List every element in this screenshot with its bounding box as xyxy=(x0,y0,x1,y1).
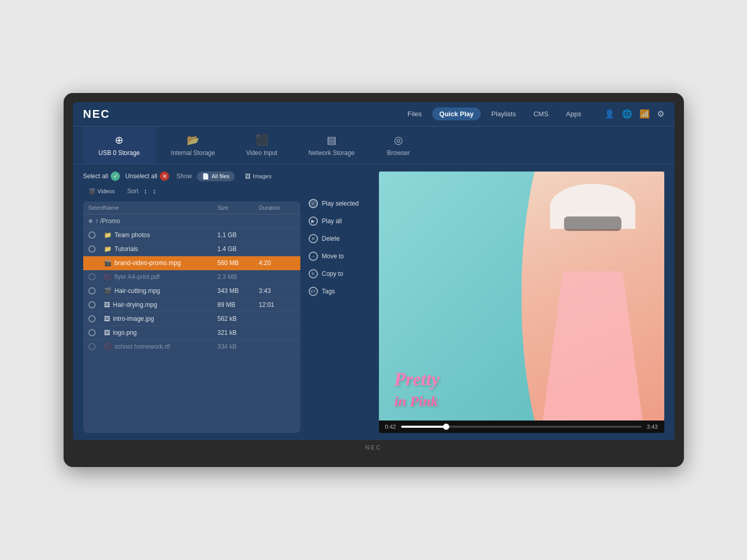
play-all-icon: ▶ xyxy=(309,216,318,226)
video-input-icon: ⬛ xyxy=(255,134,268,146)
file-select-radio[interactable] xyxy=(88,343,96,350)
nav-files[interactable]: Files xyxy=(400,107,429,120)
video-title-line2: in Pink xyxy=(394,393,438,409)
folder-icon: 📁 xyxy=(104,245,112,253)
file-select-radio[interactable] xyxy=(88,259,96,267)
delete-action[interactable]: ✕ Delete xyxy=(309,232,371,245)
play-all-action[interactable]: ▶ Play all xyxy=(309,215,371,227)
storage-browser-label: Browser xyxy=(387,149,410,157)
file-select-radio[interactable] xyxy=(88,315,96,322)
file-row[interactable]: 🚫 flyer A4-print.pdf 2.3 MB xyxy=(83,270,300,284)
tv-brand-label: NEC xyxy=(73,444,675,450)
back-navigation-row[interactable]: ⊕ ↑ /Promo xyxy=(83,214,300,228)
filter-all-label: All files xyxy=(211,173,230,179)
network-icon: ▤ xyxy=(327,134,337,146)
file-row[interactable]: 🖼 intro-image.jpg 562 kB xyxy=(83,312,300,326)
select-all-button[interactable]: Select all ✓ xyxy=(83,172,120,181)
file-row[interactable]: 🎬 Hair-cutting.mpg 343 MB 3:43 xyxy=(83,284,300,298)
file-name-cell: 📁 Tutorials xyxy=(104,245,218,253)
file-name-cell: 🎬 brand-video-promo.mpg xyxy=(104,259,218,267)
copy-to-label: Copy to xyxy=(322,270,343,277)
file-row[interactable]: 🖼 logo.png 321 kB xyxy=(83,326,300,340)
tags-action[interactable]: 🏷 Tags xyxy=(309,285,371,298)
file-size: 1.4 GB xyxy=(218,245,259,253)
unselect-all-button[interactable]: Unselect all ✕ xyxy=(125,172,169,181)
file-name-cell: 🚫 flyer A4-print.pdf xyxy=(104,273,218,281)
wifi-icon[interactable]: 📶 xyxy=(639,109,650,119)
file-size: 89 MB xyxy=(218,301,259,308)
file-row[interactable]: 📁 Team photos 1.1 GB xyxy=(83,228,300,242)
file-row[interactable]: 🚫 school homework.rtf 334 kB xyxy=(83,340,300,354)
nav-quickplay[interactable]: Quick Play xyxy=(432,107,481,120)
filter-videos[interactable]: 🎬 Videos xyxy=(83,186,120,196)
video-model-area xyxy=(522,172,664,421)
file-row[interactable]: 🖼 Hair-drying.mpg 89 MB 12:01 xyxy=(83,298,300,312)
file-row-selected[interactable]: 🎬 brand-video-promo.mpg 560 MB 4:20 xyxy=(83,256,300,270)
file-name: school homework.rtf xyxy=(115,343,170,350)
file-size: 2.3 MB xyxy=(218,273,259,281)
video-progress-bar[interactable] xyxy=(401,426,642,428)
image-icon-filter: 🖼 xyxy=(245,173,251,179)
storage-bar: ⊕ USB 0 Storage 📂 Internal Storage ⬛ Vid… xyxy=(73,127,675,164)
filter-images-label: Images xyxy=(253,173,271,179)
sort-asc-icon[interactable]: ↕ xyxy=(144,187,147,195)
tv-screen: NEC Files Quick Play Playlists CMS Apps … xyxy=(73,102,675,441)
file-name-cell: 🖼 Hair-drying.mpg xyxy=(104,301,218,308)
file-select-radio[interactable] xyxy=(88,329,96,336)
file-select-radio[interactable] xyxy=(88,287,96,294)
browser-icon: ◎ xyxy=(394,134,403,146)
sort-label: Sort xyxy=(127,188,139,195)
user-icon[interactable]: 👤 xyxy=(604,109,615,119)
show-label: Show xyxy=(176,173,192,180)
unselect-all-x-icon: ✕ xyxy=(160,172,169,181)
blocked-icon: 🚫 xyxy=(104,273,112,281)
nav-icon-group: 👤 🌐 📶 ⚙ xyxy=(604,109,664,119)
file-list-header: Select Name Size Duration xyxy=(83,201,300,214)
storage-video-input[interactable]: ⬛ Video Input xyxy=(231,127,293,164)
filter-all-files[interactable]: 📄 All files xyxy=(197,172,235,181)
current-time: 0:42 xyxy=(385,424,396,430)
image-file-icon: 🖼 xyxy=(104,315,110,322)
file-duration: 4:20 xyxy=(259,259,295,267)
video-title-line1: Pretty xyxy=(394,369,440,390)
file-select-radio[interactable] xyxy=(88,301,96,308)
filter-images[interactable]: 🖼 Images xyxy=(240,172,277,181)
file-name-cell: 🖼 intro-image.jpg xyxy=(104,315,218,322)
nav-apps[interactable]: Apps xyxy=(559,107,589,120)
sort-desc-icon[interactable]: ↕ xyxy=(153,187,156,195)
video-content: Pretty in Pink xyxy=(379,172,664,421)
file-duration: 3:43 xyxy=(259,287,295,294)
storage-usb[interactable]: ⊕ USB 0 Storage xyxy=(83,127,156,164)
col-size: Size xyxy=(218,205,259,211)
file-name: Tutorials xyxy=(115,245,139,253)
storage-internal[interactable]: 📂 Internal Storage xyxy=(156,127,231,164)
move-to-action[interactable]: → Move to xyxy=(309,250,371,262)
file-select-radio[interactable] xyxy=(88,231,96,239)
usb-indicator: ⊕ xyxy=(88,218,93,224)
globe-icon[interactable]: 🌐 xyxy=(622,109,632,119)
image-file-icon: 🖼 xyxy=(104,329,110,336)
file-size: 343 MB xyxy=(218,287,259,294)
file-row[interactable]: 📁 Tutorials 1.4 GB xyxy=(83,242,300,256)
storage-network[interactable]: ▤ Network Storage xyxy=(293,127,370,164)
usb-icon: ⊕ xyxy=(115,134,124,146)
file-name-cell: 🚫 school homework.rtf xyxy=(104,343,218,350)
left-panel: Select all ✓ Unselect all ✕ Show 📄 All f… xyxy=(83,172,300,433)
image-file-icon: 🖼 xyxy=(104,301,110,308)
storage-browser[interactable]: ◎ Browser xyxy=(370,127,427,164)
video-progress-handle[interactable] xyxy=(443,424,449,430)
delete-label: Delete xyxy=(322,235,340,242)
file-select-radio[interactable] xyxy=(88,245,96,253)
copy-to-action[interactable]: ⎘ Copy to xyxy=(309,268,371,280)
nav-playlists[interactable]: Playlists xyxy=(484,107,523,120)
play-selected-action[interactable]: ✓ Play selected xyxy=(309,197,371,210)
play-all-label: Play all xyxy=(322,217,342,225)
file-select-radio[interactable] xyxy=(88,273,96,281)
file-size: 562 kB xyxy=(218,315,259,322)
file-toolbar: Select all ✓ Unselect all ✕ Show 📄 All f… xyxy=(83,172,300,196)
nav-cms[interactable]: CMS xyxy=(526,107,556,120)
top-navigation: NEC Files Quick Play Playlists CMS Apps … xyxy=(73,102,675,127)
settings-icon[interactable]: ⚙ xyxy=(657,109,664,119)
folder-open-icon: 📂 xyxy=(187,134,200,146)
file-name: flyer A4-print.pdf xyxy=(115,273,160,281)
